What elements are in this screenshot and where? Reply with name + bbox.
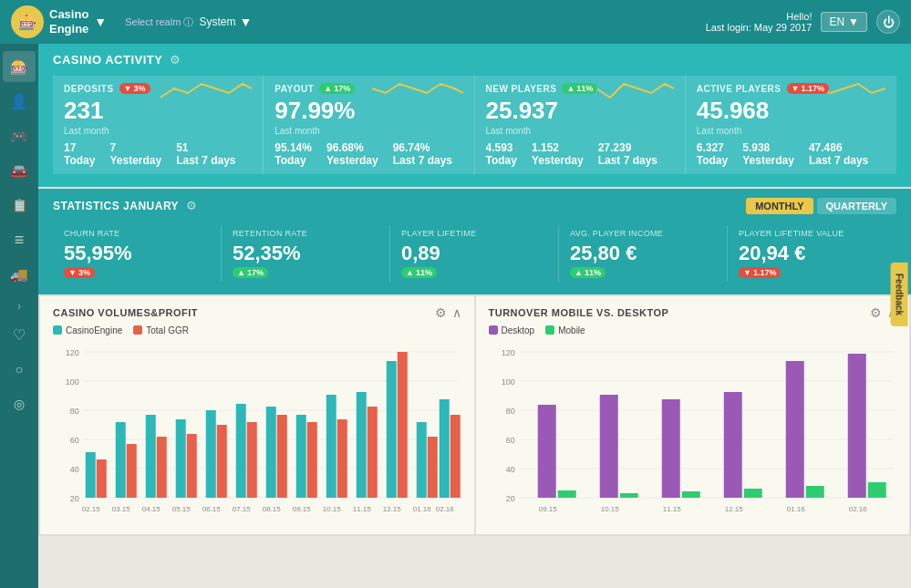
deposits-yesterday: 7 Yesterday <box>109 141 161 167</box>
bar-desktop-2 <box>599 395 617 498</box>
sidebar-item-reports[interactable]: 📋 <box>3 190 36 221</box>
bar-ggr-13 <box>450 415 461 498</box>
svg-text:40: 40 <box>505 465 514 474</box>
chart-volumes-legend: CasinoEngine Total GGR <box>53 325 461 335</box>
bar-mobile-6 <box>867 482 885 498</box>
stat-card-deposits: DEPOSITS ▼ 3% 231 Last month 17 <box>53 76 264 174</box>
hello-text: Hello! Last login: May 29 2017 <box>706 11 813 33</box>
feedback-tab[interactable]: Feedback <box>890 262 907 325</box>
bar-casino-6 <box>236 404 246 498</box>
metric-retention-rate: RETENTION RATE 52,35% ▲ 17% <box>222 225 390 282</box>
svg-text:05.15: 05.15 <box>172 505 192 513</box>
active-players-badge: ▼ 1.17% <box>787 83 829 94</box>
legend-desktop: Desktop <box>489 325 535 335</box>
chart-mobile-svg-wrapper: 120 100 80 60 40 20 <box>489 343 897 525</box>
avg-player-income-label: AVG. PLAYER INCOME <box>570 229 716 238</box>
power-button[interactable]: ⏻ <box>876 10 900 34</box>
legend-mobile-label: Mobile <box>558 325 585 335</box>
svg-text:11.15: 11.15 <box>353 505 372 513</box>
bar-ggr-11 <box>398 352 408 498</box>
chart-volumes-profit: CASINO VOLUMES&PROFIT ⚙ ∧ CasinoEngine T… <box>40 296 474 534</box>
payout-sparkline <box>372 70 463 107</box>
bar-desktop-5 <box>785 361 803 498</box>
chart-volumes-controls: ⚙ ∧ <box>435 305 461 320</box>
svg-text:60: 60 <box>70 436 79 445</box>
avg-player-income-value: 25,80 € <box>570 242 716 265</box>
sidebar-item-delivery[interactable]: 🚚 <box>3 259 36 290</box>
metric-player-lifetime-value: PLAYER LIFETIME VALUE 20,94 € ▼ 1.17% <box>728 225 896 282</box>
chart-volumes-settings-icon[interactable]: ⚙ <box>435 305 447 320</box>
bar-casino-11 <box>387 361 397 498</box>
realm-dropdown[interactable]: ▼ <box>239 15 252 29</box>
retention-rate-label: RETENTION RATE <box>233 229 378 238</box>
churn-rate-label: CHURN RATE <box>64 229 210 238</box>
bar-ggr-2 <box>127 444 137 498</box>
period-quarterly-button[interactable]: QUARTERLY <box>817 198 896 214</box>
new-players-sub: Last month <box>486 126 674 136</box>
new-players-footer: 4.593 Today 1.152 Yesterday 27.239 Last … <box>486 141 674 167</box>
chart-mobile-settings-icon[interactable]: ⚙ <box>870 305 882 320</box>
chart-mobile-svg: 120 100 80 60 40 20 <box>489 343 897 543</box>
language-button[interactable]: EN ▼ <box>821 12 867 32</box>
player-lifetime-label: PLAYER LIFETIME <box>401 229 547 238</box>
svg-text:03.15: 03.15 <box>112 505 131 513</box>
payout-7days: 96.74% Last 7 days <box>393 141 452 167</box>
statistics-settings-icon[interactable]: ⚙ <box>186 199 197 212</box>
period-monthly-button[interactable]: MONTHLY <box>746 198 813 214</box>
realm-label: Select realm ⓘ <box>125 15 193 29</box>
bar-ggr-3 <box>157 437 167 498</box>
payout-today: 95.14% Today <box>274 141 312 167</box>
svg-text:20: 20 <box>70 494 79 503</box>
sidebar-item-vehicles[interactable]: 🚘 <box>3 155 36 186</box>
chart-mobile-legend: Desktop Mobile <box>489 325 897 335</box>
sidebar-expand[interactable]: › <box>3 297 36 315</box>
sidebar-item-menu[interactable]: ≡ <box>3 224 36 255</box>
sidebar-item-users[interactable]: 👤 <box>3 86 36 117</box>
sidebar-item-circle[interactable]: ○ <box>3 354 36 385</box>
sidebar-item-games[interactable]: 🎮 <box>3 120 36 151</box>
churn-rate-value: 55,95% <box>64 242 210 265</box>
bar-casino-3 <box>146 415 156 498</box>
bar-casino-8 <box>296 415 306 498</box>
legend-total-ggr-label: Total GGR <box>146 325 189 335</box>
chart-volumes-header: CASINO VOLUMES&PROFIT ⚙ ∧ <box>53 305 461 320</box>
bar-ggr-8 <box>307 422 317 498</box>
avg-player-income-badge: ▲ 11% <box>570 267 606 278</box>
chart-volumes-svg: 120 100 80 60 40 20 <box>53 343 461 543</box>
deposits-badge: ▼ 3% <box>119 83 150 94</box>
svg-text:100: 100 <box>66 377 79 387</box>
avg-player-income-badge-row: ▲ 11% <box>570 267 716 278</box>
stat-card-new-players: NEW PLAYERS ▲ 11% 25.937 Last month 4.59… <box>475 76 686 174</box>
bar-ggr-7 <box>277 415 287 498</box>
svg-text:02.16: 02.16 <box>848 505 867 513</box>
bar-desktop-1 <box>537 405 555 498</box>
active-players-7days: 47.486 Last 7 days <box>809 141 868 167</box>
payout-badge: ▲ 17% <box>319 83 355 94</box>
bar-casino-9 <box>326 395 336 498</box>
legend-mobile-dot <box>545 325 554 335</box>
logo-dropdown[interactable]: ▼ <box>94 15 107 29</box>
statistics-section: STATISTICS JANUARY ⚙ MONTHLY QUARTERLY C… <box>38 189 911 294</box>
bar-mobile-3 <box>681 491 699 498</box>
casino-activity-settings-icon[interactable]: ⚙ <box>170 53 181 67</box>
bar-mobile-4 <box>743 489 761 498</box>
bar-casino-7 <box>266 407 276 498</box>
statistics-header: STATISTICS JANUARY ⚙ MONTHLY QUARTERLY <box>53 198 896 214</box>
casino-activity-title: CASINO ACTIVITY <box>53 53 162 67</box>
retention-rate-value: 52,35% <box>233 242 378 265</box>
deposits-sub: Last month <box>64 126 252 136</box>
sidebar-item-favorites[interactable]: ♡ <box>3 319 36 350</box>
deposits-label: DEPOSITS <box>64 84 114 94</box>
chart-volumes-collapse-icon[interactable]: ∧ <box>452 305 461 320</box>
svg-text:100: 100 <box>501 377 514 387</box>
svg-text:04.15: 04.15 <box>142 505 161 513</box>
bar-casino-1 <box>86 452 96 498</box>
stat-card-payout: PAYOUT ▲ 17% 97.99% Last month 95.14% <box>264 76 474 174</box>
sidebar-item-target[interactable]: ◎ <box>3 388 36 419</box>
svg-text:08.15: 08.15 <box>263 505 282 513</box>
bar-ggr-9 <box>337 419 347 498</box>
bar-mobile-2 <box>619 493 637 498</box>
bar-casino-13 <box>440 399 450 498</box>
sidebar-item-casino[interactable]: 🎰 <box>3 51 36 82</box>
metrics-row: CHURN RATE 55,95% ▼ 3% RETENTION RATE 52… <box>53 225 896 282</box>
